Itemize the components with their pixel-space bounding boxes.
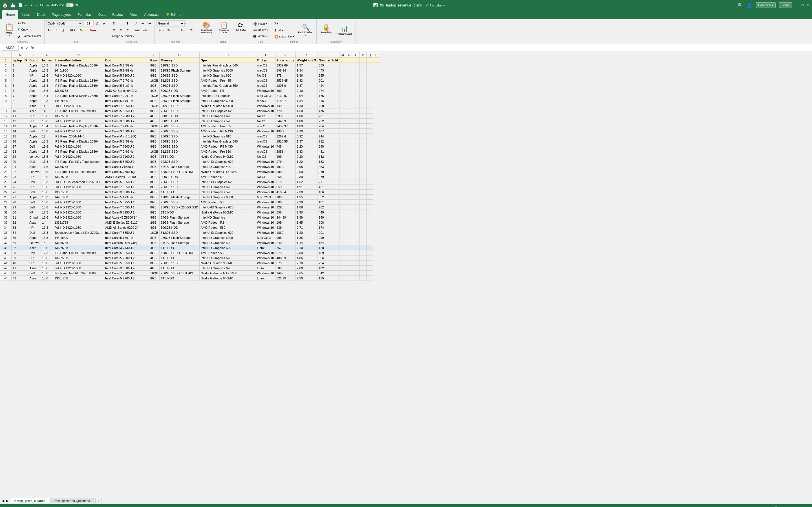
table-cell[interactable]: 15.4 bbox=[41, 93, 53, 98]
table-cell[interactable] bbox=[359, 174, 366, 179]
table-cell[interactable]: 8 bbox=[11, 98, 28, 103]
table-cell[interactable] bbox=[346, 149, 353, 154]
table-cell[interactable] bbox=[353, 261, 359, 266]
table-cell[interactable]: 1440x900 bbox=[53, 235, 104, 240]
table-cell[interactable] bbox=[353, 159, 359, 164]
table-cell[interactable]: 488.69 bbox=[275, 256, 296, 261]
table-cell[interactable]: 4 bbox=[11, 78, 28, 83]
table-cell[interactable] bbox=[373, 58, 380, 63]
table-cell[interactable] bbox=[353, 129, 359, 134]
table-cell[interactable]: Intel Core i5 7200U 2. bbox=[104, 73, 149, 78]
table-cell[interactable] bbox=[359, 73, 366, 78]
table-cell[interactable] bbox=[346, 184, 353, 189]
table-cell[interactable]: 1262.4 bbox=[275, 134, 296, 139]
font-name-select[interactable]: Calibri (Body) bbox=[46, 20, 83, 26]
table-cell[interactable] bbox=[353, 276, 359, 281]
table-cell[interactable]: 133 bbox=[317, 159, 339, 164]
table-cell[interactable]: 8GB bbox=[149, 144, 160, 149]
table-cell[interactable]: macOS bbox=[256, 98, 275, 103]
table-cell[interactable]: Asus bbox=[28, 276, 41, 281]
table-cell[interactable]: Apple bbox=[28, 124, 41, 129]
table-cell[interactable]: 8GB bbox=[149, 108, 160, 114]
table-cell[interactable] bbox=[353, 114, 359, 119]
table-cell[interactable]: 1366x768 bbox=[53, 220, 104, 225]
table-cell[interactable] bbox=[359, 235, 366, 240]
table-cell[interactable] bbox=[339, 58, 346, 63]
table-cell[interactable] bbox=[346, 63, 353, 68]
undo-dropdown[interactable]: ▾ bbox=[31, 4, 32, 6]
table-cell[interactable]: HP bbox=[28, 225, 41, 230]
table-cell[interactable] bbox=[359, 245, 366, 250]
table-cell[interactable]: 15.6 bbox=[41, 119, 53, 124]
table-cell[interactable] bbox=[339, 215, 346, 220]
format-painter-button[interactable]: 🖌 Format Painter bbox=[16, 33, 43, 39]
table-cell[interactable]: 1.91 bbox=[296, 184, 317, 189]
table-cell[interactable]: IPS Panel Retina Display 2560x1600 bbox=[53, 83, 104, 88]
table-cell[interactable]: Full HD 1920x1080 bbox=[53, 129, 104, 134]
table-cell[interactable]: Apple bbox=[28, 134, 41, 139]
table-cell[interactable]: 16GB bbox=[149, 124, 160, 129]
table-cell[interactable]: Intel Core i5 1.8GHz bbox=[104, 68, 149, 73]
table-cell[interactable]: laptop_ID bbox=[11, 58, 28, 63]
table-cell[interactable] bbox=[359, 129, 366, 134]
table-cell[interactable]: Intel Core i3 6006U 2( bbox=[104, 119, 149, 124]
table-cell[interactable] bbox=[366, 230, 373, 235]
table-cell[interactable] bbox=[366, 119, 373, 124]
table-cell[interactable] bbox=[339, 200, 346, 205]
table-cell[interactable] bbox=[339, 63, 346, 68]
table-cell[interactable]: IPS Panel Full HD 1920x1080 bbox=[53, 271, 104, 276]
table-cell[interactable] bbox=[346, 245, 353, 250]
table-cell[interactable]: Windows 10 bbox=[256, 164, 275, 169]
table-cell[interactable]: 18 bbox=[11, 149, 28, 154]
table-cell[interactable]: Full HD 1920x1080 bbox=[53, 119, 104, 124]
table-cell[interactable]: 32GB Flash Storage bbox=[160, 220, 199, 225]
table-cell[interactable]: 128 bbox=[317, 245, 339, 250]
table-cell[interactable]: 4GB bbox=[149, 129, 160, 134]
table-cell[interactable] bbox=[359, 256, 366, 261]
table-cell[interactable] bbox=[366, 179, 373, 184]
table-cell[interactable]: 4GB bbox=[149, 225, 160, 230]
table-cell[interactable]: Intel Core i7 7200U 2. bbox=[104, 114, 149, 119]
table-cell[interactable] bbox=[359, 139, 366, 144]
table-cell[interactable]: Intel Core i5 1.6GHz bbox=[104, 235, 149, 240]
table-cell[interactable] bbox=[366, 225, 373, 230]
table-cell[interactable]: Mac OS X bbox=[256, 93, 275, 98]
table-cell[interactable]: 12 bbox=[11, 119, 28, 124]
table-cell[interactable]: 14 bbox=[41, 240, 53, 245]
paste-button[interactable]: 📋 Paste ▾ bbox=[3, 22, 16, 38]
table-cell[interactable]: 979 bbox=[275, 250, 296, 256]
table-cell[interactable]: 13.3 bbox=[41, 83, 53, 88]
table-cell[interactable] bbox=[339, 149, 346, 154]
table-cell[interactable]: 208 bbox=[317, 220, 339, 225]
share-button[interactable]: Share bbox=[779, 2, 792, 8]
table-cell[interactable]: Intel Core i5 1.6GHz bbox=[104, 194, 149, 200]
spreadsheet[interactable]: A B C D E F G H I J K L M N O P Q bbox=[0, 52, 812, 497]
table-cell[interactable]: 1495 bbox=[275, 103, 296, 108]
table-cell[interactable] bbox=[339, 108, 346, 114]
col-header-n[interactable]: N bbox=[346, 52, 353, 58]
table-cell[interactable]: 898.94 bbox=[275, 68, 296, 73]
table-cell[interactable] bbox=[346, 93, 353, 98]
table-cell[interactable] bbox=[339, 119, 346, 124]
table-cell[interactable]: 186 bbox=[317, 189, 339, 194]
table-cell[interactable] bbox=[339, 210, 346, 215]
table-cell[interactable]: 1440x900 bbox=[53, 194, 104, 200]
table-cell[interactable]: IPS Panel Retina Display 2880x1800 bbox=[53, 124, 104, 129]
align-middle-button[interactable]: ↕ bbox=[117, 20, 124, 26]
table-cell[interactable]: Intel Core i5 8250U 1. bbox=[104, 261, 149, 266]
table-cell[interactable] bbox=[353, 169, 359, 174]
table-cell[interactable] bbox=[353, 220, 359, 225]
col-header-l[interactable]: L bbox=[317, 52, 339, 58]
table-cell[interactable]: 1TB HDD bbox=[160, 266, 199, 271]
table-cell[interactable]: 128GB SSD bbox=[160, 63, 199, 68]
table-cell[interactable]: Acer bbox=[28, 108, 41, 114]
table-cell[interactable] bbox=[346, 220, 353, 225]
italic-button[interactable]: I bbox=[53, 27, 59, 33]
table-cell[interactable] bbox=[366, 200, 373, 205]
table-cell[interactable] bbox=[359, 93, 366, 98]
table-cell[interactable]: 1440x900 bbox=[53, 68, 104, 73]
table-cell[interactable] bbox=[339, 73, 346, 78]
table-cell[interactable]: 4GB bbox=[149, 88, 160, 93]
table-cell[interactable] bbox=[353, 98, 359, 103]
table-cell[interactable]: 2.80 bbox=[296, 250, 317, 256]
